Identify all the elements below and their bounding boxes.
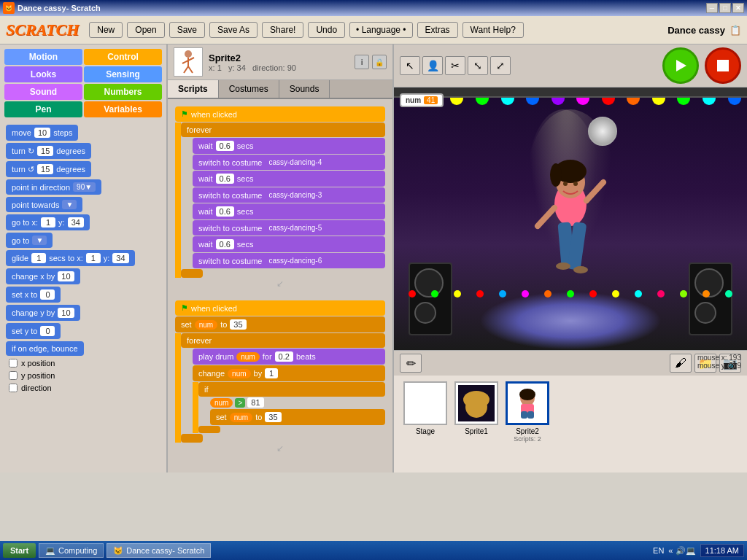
direction-checkbox[interactable] [9,384,18,392]
sb-if[interactable]: if [198,382,385,397]
close-button[interactable]: ✕ [732,3,744,13]
sb-set-num[interactable]: set num to 35 [175,316,385,332]
svg-line-2 [182,61,188,63]
cat-variables[interactable]: Variables [84,101,162,117]
sprite-ctrl-lock[interactable]: 🔒 [372,55,387,69]
block-turn-cw[interactable]: turn ↻ 15 degrees [6,143,91,159]
num-variable-bubble: num 41 [400,93,444,107]
cat-motion[interactable]: Motion [4,49,82,65]
block-set-y[interactable]: set y to 0 [6,323,61,339]
svg-point-25 [519,389,535,400]
block-go-to[interactable]: go to ▼ [6,233,53,248]
sb-change-num[interactable]: change num by 1 [193,365,385,381]
sb-forever-1[interactable]: forever [181,122,385,137]
extras-button[interactable]: Extras [417,22,458,38]
block-point-dir[interactable]: point in direction 90▼ [6,179,101,195]
stage-label: Stage [416,427,435,435]
tab-costumes[interactable]: Costumes [219,80,279,98]
sb-if-end [198,426,220,433]
cat-sound[interactable]: Sound [4,84,82,100]
cursor-tool[interactable]: ↖ [400,56,420,75]
expand-tool[interactable]: ⤡ [468,56,488,75]
sprite2-item[interactable]: Sprite2 Scripts: 2 [502,381,553,467]
undo-button[interactable]: Undo [308,22,345,38]
block-bounce[interactable]: if on edge, bounce [6,341,84,356]
cat-pen[interactable]: Pen [4,101,82,117]
stage-edit-btn[interactable]: ✏ [400,354,422,373]
stage-paint-btn[interactable]: 🖌 [670,354,692,373]
cat-looks[interactable]: Looks [4,66,82,82]
go-button[interactable] [662,47,699,84]
block-change-y[interactable]: change y by 10 [6,305,80,321]
block-point-towards[interactable]: point towards ▼ [6,197,82,212]
svg-point-19 [573,182,578,186]
num-value: 41 [424,96,438,104]
block-move[interactable]: move 10 steps [6,125,78,141]
help-button[interactable]: Want Help? [462,22,524,38]
sprite1-thumb [454,381,498,425]
sb-switch-1a[interactable]: switch to costume cassy-dancing-4 [193,155,385,170]
sb-when-clicked-1[interactable]: ⚑ when clicked [175,106,385,122]
block-go-to-xy[interactable]: go to x: 1 y: 34 [6,214,90,230]
project-name: Dance cassy [667,25,725,36]
scripts-area[interactable]: ⚑ when clicked forever wait 0.6 secs swi… [168,99,392,472]
person-tool[interactable]: 👤 [422,56,443,75]
sb-wait-1d[interactable]: wait 0.6 secs [193,236,385,252]
maximize-button[interactable]: □ [719,3,731,13]
new-button[interactable]: New [89,22,123,38]
sb-forever-end-1 [181,269,203,278]
sprite-ctrl-info[interactable]: i [355,55,369,69]
sb-switch-1c[interactable]: switch to costume cassy-dancing-5 [193,220,385,236]
start-button[interactable]: Start [3,543,36,558]
minimize-button[interactable]: ─ [706,3,718,13]
right-panel: ↖ 👤 ✂ ⤡ ⤢ [394,44,747,472]
cat-control[interactable]: Control [84,49,162,65]
save-as-button[interactable]: Save As [209,22,258,38]
title-bar-buttons[interactable]: ─ □ ✕ [706,3,744,13]
svg-point-12 [573,266,588,273]
stage-sprite-item[interactable]: Stage [400,381,451,467]
y-pos-label: y position [21,371,55,380]
dancer-sprite[interactable] [527,131,614,292]
speaker-right [689,262,732,335]
block-glide[interactable]: glide 1 secs to x: 1 y: 34 [6,250,135,266]
locale-indicator: EN [653,546,664,555]
sb-wait-1c[interactable]: wait 0.6 secs [193,203,385,219]
sb-switch-1b[interactable]: switch to costume cassy-dancing-3 [193,187,385,203]
share-button[interactable]: Share! [262,22,303,38]
checkbox-y-pos: y position [6,370,160,381]
tab-scripts[interactable]: Scripts [168,80,219,98]
sb-forever-2[interactable]: forever [181,333,385,348]
svg-line-4 [184,66,188,73]
scissors-tool[interactable]: ✂ [445,56,465,75]
save-button[interactable]: Save [169,22,205,38]
stop-button[interactable] [705,47,741,84]
sb-switch-1d[interactable]: switch to costume cassy-dancing-6 [193,253,385,268]
shrink-tool[interactable]: ⤢ [490,56,511,75]
language-button[interactable]: • Language • [349,22,412,38]
y-pos-checkbox[interactable] [9,371,18,380]
x-pos-checkbox[interactable] [9,359,18,368]
cat-numbers[interactable]: Numbers [84,84,162,100]
taskbar-scratch[interactable]: 🐱 Dance cassy- Scratch [107,543,211,558]
stage-bottom-controls: ✏ 🖌 📁 📷 mouse x: 193 mouse y: 219 [394,350,747,376]
sb-play-drum[interactable]: play drum num for 0.2 beats [193,349,385,365]
block-set-x[interactable]: set x to 0 [6,287,61,303]
block-change-x[interactable]: change x by 10 [6,268,80,284]
svg-rect-28 [527,411,534,419]
taskbar-computing[interactable]: 💻 Computing [39,543,104,558]
block-turn-ccw[interactable]: turn ↺ 15 degrees [6,161,91,177]
stage-background: num 41 [394,88,747,350]
sb-wait-1b[interactable]: wait 0.6 secs [193,171,385,187]
svg-point-11 [556,262,570,270]
taskbar: Start 💻 Computing 🐱 Dance cassy- Scratch… [0,541,747,560]
tab-sounds[interactable]: Sounds [279,80,330,98]
sb-set-num-2[interactable]: set num to 35 [210,409,385,425]
open-button[interactable]: Open [127,22,164,38]
sprite1-item[interactable]: Sprite1 [451,381,502,467]
project-notes-icon[interactable]: 📋 [729,25,741,36]
cat-sensing[interactable]: Sensing [84,66,162,82]
sb-when-clicked-2[interactable]: ⚑ when clicked [175,300,385,316]
sb-wait-1a[interactable]: wait 0.6 secs [193,138,385,154]
svg-point-0 [185,50,192,58]
